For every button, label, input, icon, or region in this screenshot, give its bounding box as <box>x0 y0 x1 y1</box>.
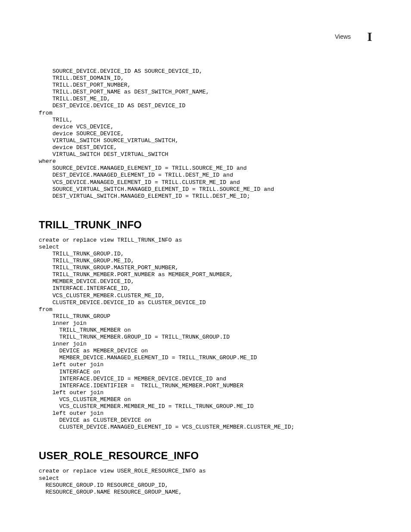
code-block-trill-info-continued: SOURCE_DEVICE.DEVICE_ID AS SOURCE_DEVICE… <box>39 68 372 200</box>
code-block-trill-trunk-info: create or replace view TRILL_TRUNK_INFO … <box>39 237 372 431</box>
heading-trill-trunk-info: TRILL_TRUNK_INFO <box>39 219 372 231</box>
code-block-user-role-resource-info: create or replace view USER_ROLE_RESOURC… <box>39 468 372 495</box>
page-header: Views I <box>39 29 372 44</box>
document-page: Views I SOURCE_DEVICE.DEVICE_ID AS SOURC… <box>0 0 411 522</box>
header-appendix-letter: I <box>367 29 372 44</box>
heading-user-role-resource-info: USER_ROLE_RESOURCE_INFO <box>39 450 372 462</box>
header-section-label: Views <box>335 33 351 40</box>
